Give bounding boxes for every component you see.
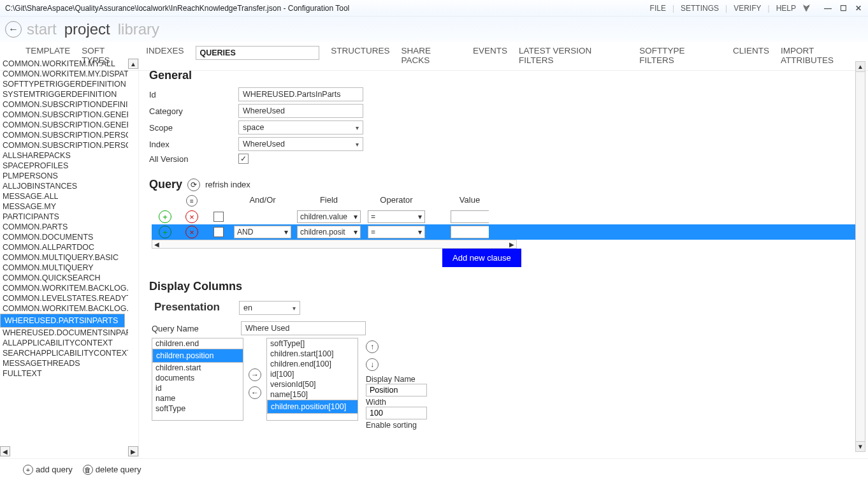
query-list-item[interactable]: COMMON.MULTIQUERY.BASIC [0, 252, 128, 263]
menu-verify[interactable]: VERIFY [734, 4, 761, 13]
id-label: Id [149, 90, 238, 99]
query-list-item[interactable]: PLMPERSONS [0, 171, 128, 181]
query-list-item[interactable]: COMMON.WORKITEM.MY.ALL [0, 59, 128, 69]
query-list-item[interactable]: WHEREUSED.PARTSINPARTS [0, 314, 125, 328]
available-column-item[interactable]: documents [152, 373, 243, 383]
available-column-item[interactable]: children.start [152, 363, 243, 373]
query-list-item[interactable]: ALLAPPLICABILITYCONTEXT [0, 338, 128, 348]
move-up-button[interactable]: ↑ [366, 340, 379, 353]
query-list-item[interactable]: SOFTTYPETRIGGERDEFINITION [0, 79, 128, 89]
hscroll-right[interactable]: ▶ [128, 446, 138, 456]
query-list-item[interactable]: FULLTEXT [0, 368, 128, 379]
add-query-button[interactable]: +add query [23, 465, 73, 475]
crumb-project[interactable]: project [64, 20, 110, 38]
clause-remove-button[interactable]: × [185, 210, 198, 223]
crumb-library[interactable]: library [118, 20, 159, 38]
crumb-start[interactable]: start [27, 20, 57, 38]
query-list-item[interactable]: PARTICIPANTS [0, 212, 128, 222]
allversion-checkbox[interactable]: ✓ [238, 154, 249, 164]
clause-field-select[interactable]: children.posit▾ [297, 226, 361, 238]
selected-column-item[interactable]: id[100] [267, 369, 358, 379]
maximize-button[interactable]: ☐ [839, 4, 848, 13]
category-field[interactable] [238, 104, 363, 118]
query-list-item[interactable]: COMMON.PARTS [0, 222, 128, 232]
selected-column-item[interactable]: children.start[100] [267, 349, 358, 359]
available-columns-list[interactable]: children.endchildren.positionchildren.st… [152, 338, 243, 421]
query-list-item[interactable]: COMMON.ALLPARTDOC [0, 242, 128, 252]
selected-column-item[interactable]: softType[] [267, 338, 358, 349]
allversion-label: All Version [149, 154, 238, 164]
query-list-item[interactable]: COMMON.SUBSCRIPTION.GENERA [0, 110, 128, 120]
query-list-item[interactable]: ALLJOBINSTANCES [0, 181, 128, 191]
available-column-item[interactable]: children.position [152, 349, 243, 363]
query-list-item[interactable]: COMMON.WORKITEM.BACKLOG.C [0, 303, 128, 314]
enable-sorting-label: Enable sorting [366, 421, 427, 430]
query-list-item[interactable]: MESSAGE.ALL [0, 191, 128, 201]
query-list-item[interactable]: MESSAGETHREADS [0, 358, 128, 368]
available-column-item[interactable]: softType [152, 404, 243, 414]
selected-column-item[interactable]: children.end[100] [267, 359, 358, 369]
selected-column-item[interactable]: name[150] [267, 389, 358, 400]
query-list-item[interactable]: COMMON.LEVELSTATES.READYTO [0, 293, 128, 303]
query-list-item[interactable]: COMMON.WORKITEM.MY.DISPATC [0, 69, 128, 79]
clause-checkbox[interactable] [213, 227, 224, 237]
clause-op-select[interactable]: =▾ [368, 210, 425, 223]
clause-field-select[interactable]: children.value▾ [297, 210, 361, 223]
width-field[interactable] [366, 407, 427, 419]
tab-queries[interactable]: QUERIES [196, 46, 320, 60]
clause-value-input[interactable] [451, 210, 489, 223]
available-column-item[interactable]: children.end [152, 338, 243, 349]
language-select[interactable]: en▾ [239, 301, 300, 315]
menu-help[interactable]: HELP [776, 4, 796, 13]
scroll-up-button[interactable]: ▲ [128, 59, 138, 69]
menu-file[interactable]: FILE [650, 4, 666, 13]
query-list-item[interactable]: WHEREUSED.DOCUMENTSINPARTS [0, 328, 128, 338]
add-clause-button[interactable]: Add new clause [442, 249, 521, 267]
main-scrollbar[interactable]: ▲ ▼ [855, 61, 865, 452]
selected-column-item[interactable]: children.position[100] [267, 400, 358, 414]
clause-andor-select[interactable]: AND▾ [234, 226, 291, 238]
list-icon[interactable]: ≡ [186, 195, 198, 207]
query-name-field[interactable] [241, 321, 366, 335]
query-list-item[interactable]: COMMON.DOCUMENTS [0, 232, 128, 242]
move-left-button[interactable]: ← [249, 386, 261, 399]
index-select[interactable]: WhereUsed▾ [238, 137, 363, 151]
query-list-item[interactable]: SEARCHAPPLICABILITYCONTEXT [0, 348, 128, 358]
delete-query-button[interactable]: 🗑delete query [83, 465, 141, 475]
close-button[interactable]: ✕ [854, 4, 863, 13]
clause-op-select[interactable]: =▾ [368, 226, 425, 238]
clause-add-button[interactable]: + [159, 210, 171, 223]
query-list-item[interactable]: COMMON.SUBSCRIPTION.PERSON [0, 140, 128, 150]
query-hscroll[interactable]: ◀▶ [152, 240, 517, 249]
move-down-button[interactable]: ↓ [366, 358, 379, 371]
query-list-item[interactable]: COMMON.QUICKSEARCH [0, 273, 128, 283]
minimize-button[interactable]: — [823, 4, 832, 13]
query-list-item[interactable]: MESSAGE.MY [0, 201, 128, 212]
display-name-field[interactable] [366, 384, 427, 396]
clause-checkbox[interactable] [213, 212, 224, 222]
query-list-item[interactable]: COMMON.SUBSCRIPTION.GENERA [0, 120, 128, 130]
query-list-item[interactable]: COMMON.MULTIQUERY [0, 263, 128, 273]
query-list-item[interactable]: COMMON.WORKITEM.BACKLOG.A [0, 283, 128, 293]
back-button[interactable]: ← [5, 21, 22, 38]
id-field[interactable] [238, 87, 363, 101]
query-list-item[interactable]: SPACEPROFILES [0, 161, 128, 171]
move-right-button[interactable]: → [249, 368, 261, 381]
query-list-item[interactable]: ALLSHAREPACKS [0, 150, 128, 161]
clause-add-button[interactable]: + [159, 226, 171, 238]
col-field: Field [293, 195, 365, 207]
selected-column-item[interactable]: versionId[50] [267, 379, 358, 389]
selected-columns-list[interactable]: softType[]children.start[100]children.en… [266, 338, 358, 421]
available-column-item[interactable]: id [152, 383, 243, 393]
query-list-item[interactable]: COMMON.SUBSCRIPTIONDEFINIT [0, 99, 128, 110]
hscroll-left[interactable]: ◀ [0, 446, 10, 456]
query-list-item[interactable]: SYSTEMTRIGGERDEFINITION [0, 89, 128, 99]
refresh-icon[interactable]: ⟳ [187, 178, 200, 191]
clause-remove-button[interactable]: × [185, 226, 198, 238]
menu-settings[interactable]: SETTINGS [681, 4, 719, 13]
query-list-item[interactable]: COMMON.SUBSCRIPTION.PERSON [0, 130, 128, 140]
available-column-item[interactable]: name [152, 393, 243, 404]
pin-icon[interactable]: ⮟ [802, 3, 811, 13]
scope-select[interactable]: space▾ [238, 120, 363, 135]
clause-value-input[interactable] [451, 226, 489, 238]
